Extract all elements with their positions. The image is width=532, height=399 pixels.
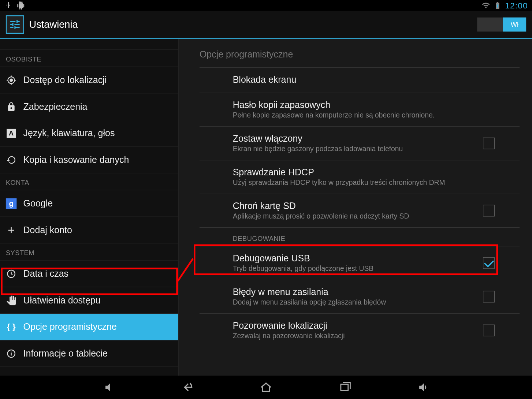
setting-mock-locations[interactable]: Pozorowanie lokalizacji Zezwalaj na pozo…	[200, 313, 520, 347]
battery-icon	[493, 1, 502, 10]
hand-icon	[6, 295, 17, 306]
sidebar-item-backup[interactable]: Kopia i kasowanie danych	[0, 147, 178, 174]
settings-sidebar: Aplikacje OSOBISTE Dostęp do lokalizacji…	[0, 39, 179, 376]
setting-subtitle: Pełne kopie zapasowe na komputerze nie s…	[233, 111, 495, 120]
sidebar-item-location[interactable]: Dostęp do lokalizacji	[0, 67, 178, 94]
setting-title: Sprawdzanie HDCP	[233, 167, 495, 178]
sidebar-item-about[interactable]: Informacje o tablecie	[0, 340, 178, 367]
language-icon: A	[6, 128, 17, 139]
back-button[interactable]	[179, 379, 195, 395]
setting-stay-awake[interactable]: Zostaw włączony Ekran nie będzie gaszony…	[200, 126, 520, 160]
sidebar-category-system: SYSTEM	[0, 243, 178, 261]
sidebar-item-language[interactable]: A Język, klawiatura, głos	[0, 120, 178, 147]
sidebar-item-label: Dostęp do lokalizacji	[23, 75, 107, 86]
setting-title: Debugowanie USB	[233, 253, 475, 264]
sidebar-item-label: Google	[23, 198, 53, 209]
setting-subtitle: Zezwalaj na pozorowanie lokalizacji	[233, 332, 475, 340]
sidebar-item-label: Kopia i kasowanie danych	[23, 154, 129, 165]
sidebar-category-accounts: KONTA	[0, 173, 178, 190]
setting-title: Pozorowanie lokalizacji	[233, 320, 475, 331]
sidebar-item-label: Informacje o tablecie	[23, 348, 108, 359]
sidebar-item-label: Dodaj konto	[23, 225, 72, 236]
status-bar: 12:00	[0, 0, 532, 11]
setting-title: Blokada ekranu	[233, 74, 495, 85]
setting-subtitle: Ekran nie będzie gaszony podczas ładowan…	[233, 145, 475, 153]
app-title: Ustawienia	[29, 19, 78, 30]
app-header: Ustawienia Wł	[0, 11, 532, 39]
setting-power-errors[interactable]: Błędy w menu zasilania Dodaj w menu zasi…	[200, 280, 520, 313]
developer-options-toggle[interactable]: Wł	[477, 18, 526, 32]
setting-title: Błędy w menu zasilania	[233, 287, 475, 298]
svg-rect-2	[341, 384, 348, 390]
section-debugging: DEBUGOWANIE	[200, 227, 520, 246]
sidebar-item-label: Ułatwienia dostępu	[23, 295, 101, 306]
setting-protect-sd[interactable]: Chroń kartę SD Aplikacje muszą prosić o …	[200, 194, 520, 227]
volume-up-button[interactable]	[416, 379, 432, 395]
checkbox[interactable]	[483, 138, 495, 149]
sidebar-item-datetime[interactable]: Data i czas	[0, 261, 178, 287]
wifi-icon	[482, 1, 490, 10]
setting-subtitle: Tryb debugowania, gdy podłączone jest US…	[233, 265, 475, 273]
setting-hdcp[interactable]: Sprawdzanie HDCP Użyj sprawdzania HDCP t…	[200, 160, 520, 194]
info-icon	[6, 348, 17, 359]
recent-apps-button[interactable]	[337, 379, 353, 395]
settings-app-icon	[6, 15, 24, 34]
braces-icon: { }	[6, 321, 17, 332]
android-icon	[16, 1, 25, 10]
sidebar-item-label: Data i czas	[23, 268, 69, 279]
setting-subtitle: Użyj sprawdzania HDCP tylko w przypadku …	[233, 179, 495, 187]
lock-icon	[6, 101, 17, 112]
settings-detail-pane: Opcje programistyczne Blokada ekranu Has…	[179, 39, 532, 376]
plus-icon	[6, 225, 17, 236]
setting-title: Chroń kartę SD	[233, 201, 475, 212]
checkbox[interactable]	[483, 325, 495, 336]
home-button[interactable]	[258, 379, 274, 395]
setting-usb-debugging[interactable]: Debugowanie USB Tryb debugowania, gdy po…	[200, 246, 520, 280]
sidebar-item-accessibility[interactable]: Ułatwienia dostępu	[0, 287, 178, 314]
clock-icon	[6, 268, 17, 279]
sidebar-item-label: Opcje programistyczne	[23, 321, 117, 332]
sidebar-item-developer[interactable]: { } Opcje programistyczne	[0, 314, 178, 340]
checkbox[interactable]	[483, 257, 495, 269]
sidebar-item-label: Zabezpieczenia	[23, 101, 88, 112]
setting-subtitle: Dodaj w menu zasilania opcję zgłaszania …	[233, 298, 475, 307]
sidebar-item-label: Język, klawiatura, głos	[23, 128, 115, 139]
navigation-bar	[0, 376, 532, 399]
backup-icon	[6, 154, 17, 165]
usb-icon	[4, 1, 12, 10]
location-icon	[6, 75, 17, 86]
setting-backup-password[interactable]: Hasło kopii zapasowych Pełne kopie zapas…	[200, 93, 520, 126]
google-icon: g	[6, 198, 17, 209]
sidebar-category-personal: OSOBISTE	[0, 50, 178, 67]
status-time: 12:00	[505, 1, 528, 10]
sidebar-item-add-account[interactable]: Dodaj konto	[0, 217, 178, 244]
setting-title: Zostaw włączony	[233, 133, 475, 144]
detail-title: Opcje programistyczne	[200, 39, 520, 67]
setting-subtitle: Aplikacje muszą prosić o pozwolenie na o…	[233, 212, 475, 221]
checkbox[interactable]	[483, 291, 495, 303]
setting-title: Hasło kopii zapasowych	[233, 100, 495, 111]
volume-down-button[interactable]	[100, 379, 116, 395]
sidebar-item-google[interactable]: g Google	[0, 190, 178, 217]
apps-icon	[6, 39, 17, 49]
sidebar-item-security[interactable]: Zabezpieczenia	[0, 93, 178, 120]
setting-lockscreen[interactable]: Blokada ekranu	[200, 67, 520, 93]
toggle-on-label: Wł	[503, 18, 527, 32]
checkbox[interactable]	[483, 205, 495, 217]
sidebar-item-apps[interactable]: Aplikacje	[0, 39, 178, 50]
